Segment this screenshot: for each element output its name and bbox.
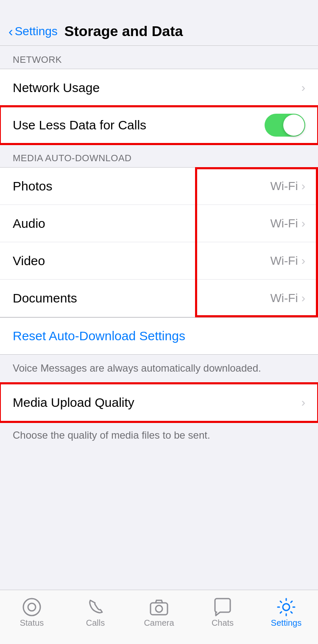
page-title: Storage and Data — [64, 23, 183, 39]
reset-auto-download-link[interactable]: Reset Auto-Download Settings — [13, 329, 185, 343]
documents-value: Wi-Fi › — [270, 291, 305, 305]
video-row[interactable]: Video Wi-Fi › — [0, 242, 318, 280]
network-settings-list: Network Usage › Use Less Data for Calls — [0, 69, 318, 144]
tab-camera[interactable]: Camera — [129, 596, 189, 628]
tab-status-label: Status — [20, 618, 44, 628]
back-chevron-icon: ‹ — [8, 25, 13, 38]
reset-auto-download-row[interactable]: Reset Auto-Download Settings — [0, 317, 318, 355]
back-label: Settings — [15, 25, 58, 38]
photos-value-text: Wi-Fi — [270, 179, 298, 193]
tab-calls[interactable]: Calls — [66, 596, 125, 628]
tab-chats-label: Chats — [212, 618, 234, 628]
svg-point-1 — [28, 603, 36, 611]
chats-icon — [212, 596, 234, 618]
tab-settings-label: Settings — [271, 618, 301, 628]
use-less-data-toggle-wrap — [265, 114, 305, 137]
audio-row[interactable]: Audio Wi-Fi › — [0, 205, 318, 242]
use-less-data-label: Use Less Data for Calls — [13, 118, 146, 132]
audio-chevron-icon: › — [301, 217, 305, 230]
back-button[interactable]: ‹ Settings — [8, 25, 58, 38]
media-upload-quality-chevron-icon: › — [301, 396, 305, 409]
media-upload-quality-section: Media Upload Quality › — [0, 384, 318, 422]
documents-chevron-icon: › — [301, 291, 305, 305]
svg-rect-2 — [151, 603, 167, 615]
svg-point-3 — [156, 605, 162, 612]
use-less-data-row[interactable]: Use Less Data for Calls — [0, 106, 318, 144]
network-usage-label: Network Usage — [13, 81, 100, 95]
documents-value-text: Wi-Fi — [270, 291, 298, 305]
video-label: Video — [13, 254, 45, 268]
media-upload-quality-label: Media Upload Quality — [13, 395, 134, 410]
tab-settings[interactable]: Settings — [257, 596, 316, 628]
svg-point-0 — [23, 599, 40, 616]
media-auto-download-container: Photos Wi-Fi › Audio Wi-Fi › Video Wi-Fi… — [0, 167, 318, 317]
photos-row[interactable]: Photos Wi-Fi › — [0, 168, 318, 205]
media-upload-info: Choose the quality of media files to be … — [0, 422, 318, 451]
photos-label: Photos — [13, 179, 52, 193]
audio-value: Wi-Fi › — [270, 217, 305, 230]
calls-icon — [84, 596, 106, 618]
settings-icon — [275, 596, 297, 618]
media-upload-quality-row[interactable]: Media Upload Quality › — [0, 384, 318, 421]
tab-chats[interactable]: Chats — [193, 596, 252, 628]
camera-icon — [148, 596, 170, 618]
voice-message-info: Voice Messages are always automatically … — [0, 355, 318, 384]
video-value: Wi-Fi › — [270, 254, 305, 268]
video-chevron-icon: › — [301, 254, 305, 268]
media-upload-quality-value: › — [298, 396, 305, 409]
audio-label: Audio — [13, 216, 45, 231]
svg-point-4 — [283, 604, 290, 610]
video-value-text: Wi-Fi — [270, 254, 298, 268]
use-less-data-toggle[interactable] — [265, 114, 305, 137]
audio-value-text: Wi-Fi — [270, 217, 298, 230]
documents-row[interactable]: Documents Wi-Fi › — [0, 280, 318, 317]
photos-chevron-icon: › — [301, 179, 305, 193]
media-auto-download-section-header: MEDIA AUTO-DOWNLOAD — [0, 144, 318, 167]
tab-status[interactable]: Status — [2, 596, 61, 628]
tab-camera-label: Camera — [144, 618, 174, 628]
network-usage-row[interactable]: Network Usage › — [0, 69, 318, 106]
tab-calls-label: Calls — [86, 618, 105, 628]
tab-bar: Status Calls Camera Chats — [0, 590, 318, 644]
toggle-knob — [283, 115, 304, 136]
status-icon — [21, 596, 43, 618]
nav-header: ‹ Settings Storage and Data — [0, 0, 318, 46]
documents-label: Documents — [13, 291, 77, 305]
photos-value: Wi-Fi › — [270, 179, 305, 193]
media-auto-download-list: Photos Wi-Fi › Audio Wi-Fi › Video Wi-Fi… — [0, 167, 318, 317]
network-section-header: NETWORK — [0, 46, 318, 69]
network-usage-chevron-icon: › — [301, 81, 305, 95]
network-usage-value: › — [298, 81, 305, 95]
